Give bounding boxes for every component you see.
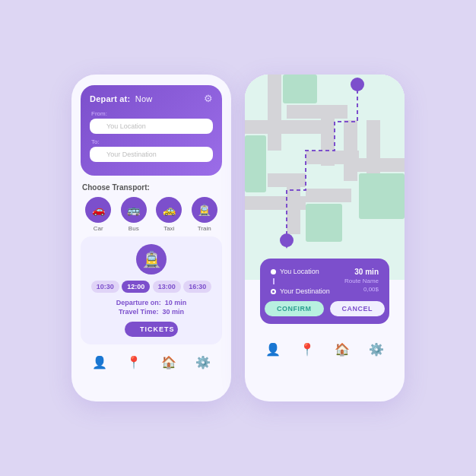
to-dot <box>271 289 276 294</box>
card-buttons: CONFIRM CANCEL <box>271 301 379 316</box>
from-route-item: You Location <box>271 268 330 275</box>
nav-settings-icon[interactable]: ⚙️ <box>195 355 211 370</box>
time-1300[interactable]: 13:00 <box>153 281 181 293</box>
transport-train[interactable]: 🚊 Train <box>192 197 217 232</box>
train-circle-big: 🚊 <box>136 244 167 274</box>
info-card-top: You Location Your Destination 30 min Rou… <box>271 268 379 295</box>
route-name: Route Name <box>344 278 379 284</box>
transport-taxi[interactable]: 🚕 Taxi <box>156 197 182 232</box>
nav-home-icon[interactable]: 🏠 <box>161 355 176 370</box>
svg-rect-15 <box>245 135 266 192</box>
to-input[interactable]: Your Destination <box>90 147 213 162</box>
travel-info: Travel Time: 30 min <box>90 308 213 316</box>
departure-info: Departure on: 10 min <box>90 299 213 306</box>
to-route-text: Your Destination <box>280 287 330 295</box>
info-card: You Location Your Destination 30 min Rou… <box>260 259 389 324</box>
to-route-item: Your Destination <box>271 287 330 295</box>
taxi-label: Taxi <box>163 225 174 232</box>
svg-rect-17 <box>306 204 342 242</box>
train-icon: 🚊 <box>192 197 217 223</box>
bottom-nav-right: 👤 📍 🏠 ⚙️ <box>245 336 405 363</box>
from-input[interactable]: You Location <box>90 119 213 134</box>
bus-label: Bus <box>129 225 139 232</box>
nav-home-icon-r[interactable]: 🏠 <box>335 342 350 357</box>
svg-rect-16 <box>359 173 405 219</box>
car-label: Car <box>94 225 103 232</box>
from-route-text: You Location <box>280 268 319 275</box>
svg-rect-4 <box>287 105 347 119</box>
train-label: Train <box>198 225 211 232</box>
time-1200[interactable]: 12:00 <box>122 281 150 293</box>
svg-rect-3 <box>245 120 321 134</box>
svg-rect-11 <box>245 196 306 210</box>
map-svg <box>245 75 405 280</box>
nav-profile-icon-r[interactable]: 👤 <box>265 342 281 357</box>
taxi-icon: 🚕 <box>156 197 182 223</box>
right-phone: You Location Your Destination 30 min Rou… <box>245 75 405 401</box>
transport-car[interactable]: 🚗 Car <box>85 197 111 232</box>
header-card: Depart at: Now ⚙ From: 📍 You Location To… <box>81 85 222 176</box>
nav-profile-icon[interactable]: 👤 <box>92 355 107 370</box>
svg-rect-2 <box>268 75 281 151</box>
bottom-nav-left: 👤 📍 🏠 ⚙️ <box>71 349 231 376</box>
transport-row: 🚗 Car 🚌 Bus 🚕 Taxi 🚊 Train <box>81 197 222 232</box>
phones-container: Depart at: Now ⚙ From: 📍 You Location To… <box>71 75 405 401</box>
route-dashed-connector <box>273 278 274 284</box>
route-labels: You Location Your Destination <box>271 268 330 295</box>
nav-location-icon[interactable]: 📍 <box>126 355 141 370</box>
time-1030[interactable]: 10:30 <box>91 281 119 293</box>
map-area <box>245 75 405 280</box>
depart-label: Depart at: Now <box>90 94 152 103</box>
to-label: To: <box>90 138 213 145</box>
svg-rect-13 <box>306 189 351 202</box>
transport-bus[interactable]: 🚌 Bus <box>121 197 147 232</box>
left-phone: Depart at: Now ⚙ From: 📍 You Location To… <box>71 75 231 401</box>
choose-transport-label: Choose Transport: <box>82 183 221 192</box>
confirm-button[interactable]: CONFIRM <box>265 301 324 316</box>
route-time: 30 min <box>354 268 379 276</box>
car-icon: 🚗 <box>85 197 111 223</box>
svg-rect-9 <box>367 120 380 173</box>
from-dot <box>271 269 276 274</box>
tickets-button[interactable]: TICKETS <box>125 322 178 337</box>
schedule-box: 🚊 10:30 12:00 13:00 16:30 Departure on: … <box>81 236 222 344</box>
nav-settings-icon-r[interactable]: ⚙️ <box>369 342 384 357</box>
time-row: 10:30 12:00 13:00 16:30 <box>90 281 213 293</box>
gear-icon[interactable]: ⚙ <box>204 93 213 104</box>
route-info-right: 30 min Route Name 0,00$ <box>344 268 379 295</box>
svg-rect-14 <box>283 75 317 103</box>
svg-rect-12 <box>268 173 306 187</box>
from-label: From: <box>90 110 213 117</box>
selected-transport-display: 🚊 <box>90 244 213 274</box>
route-price: 0,00$ <box>363 286 379 293</box>
nav-location-icon-r[interactable]: 📍 <box>300 342 315 357</box>
cancel-button[interactable]: CANCEL <box>330 301 386 316</box>
bus-icon: 🚌 <box>121 197 147 223</box>
time-1630[interactable]: 16:30 <box>183 281 211 293</box>
depart-now: Now <box>135 94 153 103</box>
